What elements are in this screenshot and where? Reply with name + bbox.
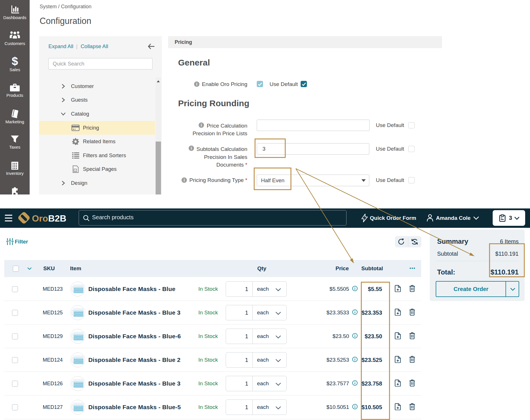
svg-text:x: x [75,169,76,172]
